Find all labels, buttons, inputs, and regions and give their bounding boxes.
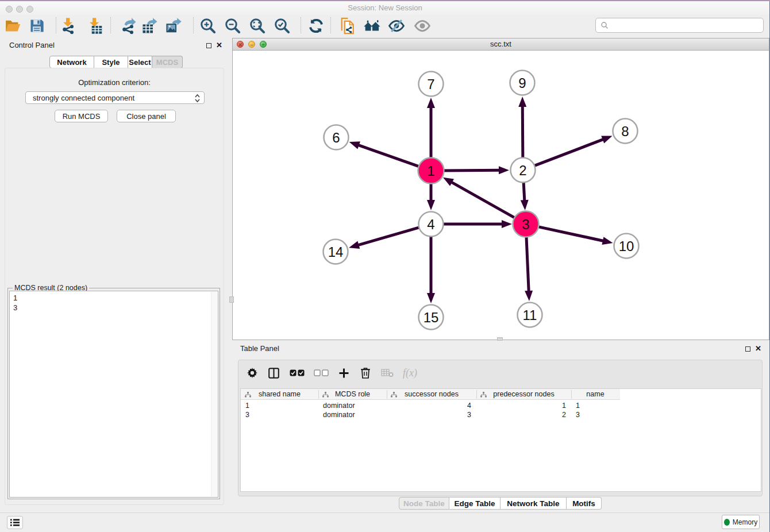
graph-edge-4-14[interactable] (357, 227, 420, 245)
column-header-successor-nodes[interactable]: successor nodes (387, 389, 476, 400)
tab-network[interactable]: Network (49, 56, 94, 68)
network-minimize-button[interactable]: – (248, 41, 255, 48)
network-close-button[interactable]: ✕ (237, 41, 244, 48)
graph-node-11[interactable]: 11 (518, 303, 542, 327)
export-image-icon[interactable] (164, 17, 183, 35)
table-panel-close-icon[interactable]: ✕ (755, 346, 761, 352)
network-zoom-button[interactable]: + (260, 41, 267, 48)
zoom-fit-icon[interactable] (248, 17, 267, 35)
graph-arrowhead-1-7 (427, 98, 435, 108)
close-panel-button[interactable]: Close panel (117, 110, 176, 122)
table-panel-float-icon[interactable] (745, 346, 750, 352)
deselect-all-icon[interactable] (314, 369, 329, 376)
graph-node-4[interactable]: 4 (419, 212, 444, 237)
tab-network-table[interactable]: Network Table (500, 497, 567, 510)
clone-network-icon[interactable] (339, 17, 357, 35)
show-all-icon[interactable] (413, 17, 432, 35)
graph-node-6[interactable]: 6 (324, 125, 349, 150)
cell-successor-nodes-row0[interactable]: 4 (387, 401, 476, 410)
zoom-selected-icon[interactable] (273, 17, 291, 35)
cell-shared-name-row1[interactable]: 3 (241, 410, 318, 419)
cell-MCDS-role-row0[interactable]: dominator (318, 401, 387, 410)
hide-selected-icon[interactable] (387, 17, 406, 35)
mcds-result-box: MCDS result (2 nodes) 1 3 (7, 288, 220, 499)
column-divider (387, 390, 387, 399)
graph-edge-2-9[interactable] (522, 105, 523, 159)
graph-node-15[interactable]: 15 (419, 305, 444, 330)
network-canvas[interactable]: 7968124314101511 (233, 51, 769, 340)
save-session-icon[interactable] (28, 17, 46, 35)
tab-style[interactable]: Style (94, 56, 128, 68)
graph-node-2[interactable]: 2 (511, 158, 536, 183)
graph-node-8[interactable]: 8 (613, 119, 638, 144)
delete-column-icon[interactable] (360, 367, 371, 379)
cell-predecessor-nodes-row0[interactable]: 1 (476, 401, 571, 410)
graph-edge-2-8[interactable] (533, 139, 604, 166)
left-splitter-handle[interactable] (229, 296, 234, 303)
open-file-icon[interactable] (3, 17, 22, 35)
bottom-splitter-handle[interactable] (497, 337, 503, 341)
column-header-name[interactable]: name (571, 389, 619, 400)
graph-node-7[interactable]: 7 (419, 72, 444, 97)
control-panel-close-icon[interactable]: ✕ (216, 43, 222, 48)
app-minimize-button[interactable] (16, 6, 23, 13)
tab-select[interactable]: Select (128, 56, 152, 68)
graph-edge-3-10[interactable] (537, 226, 605, 241)
settings-icon[interactable] (247, 367, 258, 379)
cell-shared-name-row0[interactable]: 1 (241, 401, 318, 410)
search-input[interactable] (595, 18, 764, 33)
graph-node-3[interactable]: 3 (513, 211, 539, 237)
graph-edge-1-2[interactable] (442, 170, 500, 171)
tab-node-table[interactable]: Node Table (399, 497, 449, 510)
graph-arrowhead-2-8 (601, 136, 612, 143)
graph-node-9[interactable]: 9 (510, 71, 535, 95)
criterion-select[interactable]: strongly connected component (25, 91, 205, 104)
import-network-icon[interactable] (60, 17, 78, 35)
graph-edge-3-11[interactable] (526, 235, 529, 292)
graph-node-label-15: 15 (424, 310, 439, 325)
import-table-icon[interactable] (86, 17, 105, 35)
split-columns-icon[interactable] (268, 368, 279, 379)
cell-name-row0[interactable]: 1 (571, 401, 619, 410)
mcds-result-scrollbar[interactable] (211, 292, 217, 496)
column-header-MCDS-role[interactable]: MCDS role (318, 389, 387, 400)
export-network-icon[interactable] (120, 17, 138, 35)
cell-name-row1[interactable]: 3 (571, 410, 619, 419)
select-stepper-icon (194, 94, 201, 103)
export-table-icon[interactable] (141, 17, 159, 35)
graph-node-10[interactable]: 10 (614, 234, 639, 259)
tab-mcds[interactable]: MCDS (152, 56, 183, 68)
tab-edge-table[interactable]: Edge Table (449, 497, 500, 510)
app-zoom-button[interactable] (26, 6, 33, 13)
zoom-in-icon[interactable] (199, 17, 217, 35)
first-neighbors-icon[interactable] (363, 17, 382, 35)
add-column-icon[interactable] (338, 368, 349, 379)
control-panel-float-icon[interactable] (206, 43, 211, 48)
memory-button[interactable]: Memory (722, 515, 760, 529)
column-header-shared-name[interactable]: shared name (241, 389, 318, 400)
graph-arrowhead-1-6 (349, 141, 360, 149)
graph-node-1[interactable]: 1 (418, 158, 444, 184)
graph-node-label-2: 2 (519, 163, 526, 178)
graph-node-label-3: 3 (522, 217, 529, 232)
function-builder-icon[interactable]: f(x) (403, 367, 417, 379)
cell-MCDS-role-row1[interactable]: dominator (318, 410, 387, 419)
run-mcds-button[interactable]: Run MCDS (55, 110, 108, 122)
app-close-button[interactable] (6, 6, 13, 13)
zoom-out-icon[interactable] (224, 17, 242, 35)
cell-successor-nodes-row1[interactable]: 3 (387, 410, 476, 419)
graph-edge-1-6[interactable] (357, 145, 421, 167)
graph-edge-3-1[interactable] (451, 182, 516, 218)
graph-edge-2-3[interactable] (523, 181, 525, 202)
memory-label: Memory (733, 518, 757, 526)
cell-predecessor-nodes-row1[interactable]: 2 (476, 410, 571, 419)
column-header-predecessor-nodes[interactable]: predecessor nodes (476, 389, 571, 400)
tab-motifs[interactable]: Motifs (567, 497, 602, 510)
mcds-result-text[interactable]: 1 3 (9, 291, 218, 498)
delete-table-icon[interactable] (381, 368, 394, 377)
task-history-button[interactable] (7, 516, 23, 529)
refresh-icon[interactable] (307, 17, 325, 35)
select-all-icon[interactable] (290, 369, 305, 376)
network-window-titlebar[interactable]: ✕ – + scc.txt (233, 38, 769, 51)
graph-node-14[interactable]: 14 (324, 240, 348, 264)
